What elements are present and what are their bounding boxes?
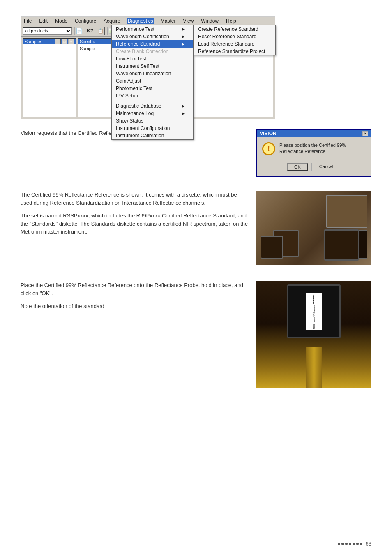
content-area-3: Place the Certified 99% Reflectance Refe… [21,281,371,388]
page-footer: 63 [338,541,371,547]
standard-label: R99P0001 NIRStandard FOSSystems [306,293,322,330]
content-left-3: Place the Certified 99% Reflectance Refe… [21,281,248,388]
menu-configure[interactable]: Configure [74,18,97,24]
dot-7 [360,543,362,545]
dot-2 [341,543,344,545]
page-number: 63 [366,541,371,547]
products-select[interactable]: all products [23,27,72,35]
dot-1 [338,543,340,545]
app-area: Samples - □ × Spectra Sample [21,37,275,119]
samples-minimize-btn[interactable]: - [55,39,61,44]
screenshot-area: File Edit Mode Configure Acquire Diagnos… [21,16,275,119]
menu-view[interactable]: View [182,18,195,24]
content-area-1: Vision requests that the Certified Refle… [21,129,371,181]
cancel-button[interactable]: Cancel [311,163,341,171]
samples-restore-btn[interactable]: □ [62,39,67,44]
menu-help[interactable]: Help [225,18,238,24]
spectra-title: Spectra [80,39,95,44]
spectra-body: Sample [78,44,273,53]
spectra-panel: Spectra Sample [78,38,273,117]
body-para1: Vision requests that the Certified Refle… [21,129,248,137]
toolbar-icon-doc[interactable]: 📋 [97,27,105,35]
vision-buttons: OK Cancel [257,160,371,176]
content-left-2: The Certified 99% Reflectance Reference … [21,191,248,271]
dots-decoration [338,543,362,545]
dot-6 [356,543,359,545]
new-btn[interactable]: 📄 [74,27,83,35]
photo-object-2 [326,195,367,228]
vision-title-bar: VISION × [257,130,371,137]
menu-acquire[interactable]: Acquire [102,18,122,24]
samples-title-bar: Samples - □ × [23,39,76,44]
vision-close-btn[interactable]: × [362,131,368,136]
standard-probe-photo: R99P0001 NIRStandard FOSSystems [256,281,371,388]
menu-mode[interactable]: Mode [54,18,69,24]
reference-standard-photo [256,191,371,265]
spectra-title-bar: Spectra [78,39,273,44]
body-para3: The set is named RSSPxxxx, which include… [21,212,248,236]
menu-diagnostics[interactable]: Diagnostics [127,18,154,24]
body-para4: Place the Certified 99% Reflectance Refe… [21,281,248,297]
vision-dialog: VISION × ! Please position the Certified… [256,129,371,177]
probe-stem [306,347,322,388]
spectra-sample-label: Sample [80,46,95,51]
probe-holder: R99P0001 NIRStandard FOSSystems [287,284,341,338]
samples-title: Samples [25,39,42,44]
dot-3 [345,543,348,545]
content-area-2: The Certified 99% Reflectance Reference … [21,191,371,271]
vision-title-text: VISION [260,131,277,136]
dot-5 [353,543,355,545]
toolbar-icon-k[interactable]: K? [86,27,94,35]
photo-object-3 [334,230,367,259]
menu-file[interactable]: File [23,18,33,24]
samples-win-buttons: - □ × [55,39,74,44]
samples-panel: Samples - □ × [23,38,76,117]
vision-message: Please position the Certified 99% Reflec… [279,142,366,155]
toolbar-icon-table[interactable]: 📊 [107,27,115,35]
body-para2: The Certified 99% Reflectance Reference … [21,191,248,207]
content-right-3: R99P0001 NIRStandard FOSSystems [256,281,371,388]
vision-body: ! Please position the Certified 99% Refl… [257,137,371,160]
toolbar-row: all products 📄 K? 📋 📊 [21,25,275,37]
warning-icon: ! [262,142,275,155]
body-para5: Note the orientation of the standard [21,302,248,310]
ok-button[interactable]: OK [287,163,308,171]
menu-window[interactable]: Window [200,18,220,24]
menu-edit[interactable]: Edit [38,18,49,24]
photo-object-1 [261,236,283,259]
samples-close-btn[interactable]: × [68,39,74,44]
content-left-1: Vision requests that the Certified Refle… [21,129,248,181]
content-right-1: VISION × ! Please position the Certified… [256,129,371,181]
menu-master[interactable]: Master [159,18,177,24]
menu-bar: File Edit Mode Configure Acquire Diagnos… [21,17,275,25]
dot-4 [349,543,351,545]
content-right-2 [256,191,371,271]
